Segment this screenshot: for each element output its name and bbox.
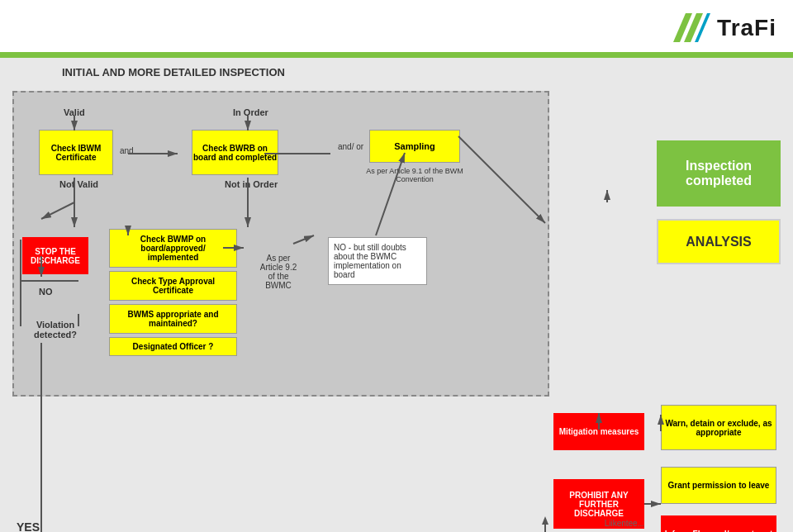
middle-yellow-column: Check BWMP on board/approved/ implemente… (109, 229, 237, 356)
main-content: INITIAL AND MORE DETAILED INSPECTION Val… (0, 58, 793, 532)
trafi-logo: TraFi (669, 9, 776, 46)
check-type-box: Check Type Approval Certificate (109, 271, 237, 301)
and-or-label: and/ or (338, 142, 363, 151)
svg-marker-27 (542, 516, 548, 525)
mitigation-box: Mitigation measures (553, 413, 644, 450)
as-per-92: As per Article 9.2 of the BWMC (249, 254, 307, 290)
grant-permission-box: Grant permission to leave (661, 467, 776, 504)
yes-label: YES (17, 520, 40, 532)
header-green-bar (0, 52, 793, 55)
outer-box: Valid In Order Check IBWM Certificate an… (12, 91, 549, 397)
designated-officer-box: Designated Officer ? (109, 337, 237, 356)
check-bwmp-box: Check BWMP on board/approved/ implemente… (109, 229, 237, 268)
and-label: and (120, 146, 134, 155)
check-ibwm-box: Check IBWM Certificate (39, 130, 113, 175)
inspection-completed-box: Inspection completed (657, 140, 781, 207)
not-valid-label: Not Valid (59, 179, 98, 189)
as-per-article: As per Article 9.1 of the BWM Convention (365, 167, 464, 183)
inform-flag-box: Inform Flag and/ornext port for appropri… (661, 515, 776, 532)
not-in-order-label: Not in Order (225, 179, 278, 189)
header: TraFi (0, 0, 793, 58)
check-bwrb-box: Check BWRB on board and completed (192, 130, 278, 175)
stop-discharge-box: STOP THE DISCHARGE (22, 237, 88, 274)
liikentee-label: Liikentee... (605, 519, 644, 528)
no-label: NO (39, 287, 53, 297)
violation-label: Violation detected? (22, 320, 88, 340)
trafi-chevron-icon (669, 9, 710, 46)
in-order-label: In Order (233, 107, 268, 117)
logo-text: TraFi (717, 15, 776, 41)
bwms-box: BWMS appropriate and maintained? (109, 304, 237, 334)
no-doubts-box: NO - but still doubts about the BWMC imp… (328, 237, 427, 285)
sampling-box: Sampling (369, 130, 460, 163)
analysis-box: ANALYSIS (657, 219, 781, 264)
section-title: INITIAL AND MORE DETAILED INSPECTION (62, 66, 781, 78)
valid-label: Valid (64, 107, 85, 117)
warn-detain-box: Warn, detain or exclude, as appropriate (661, 405, 776, 450)
